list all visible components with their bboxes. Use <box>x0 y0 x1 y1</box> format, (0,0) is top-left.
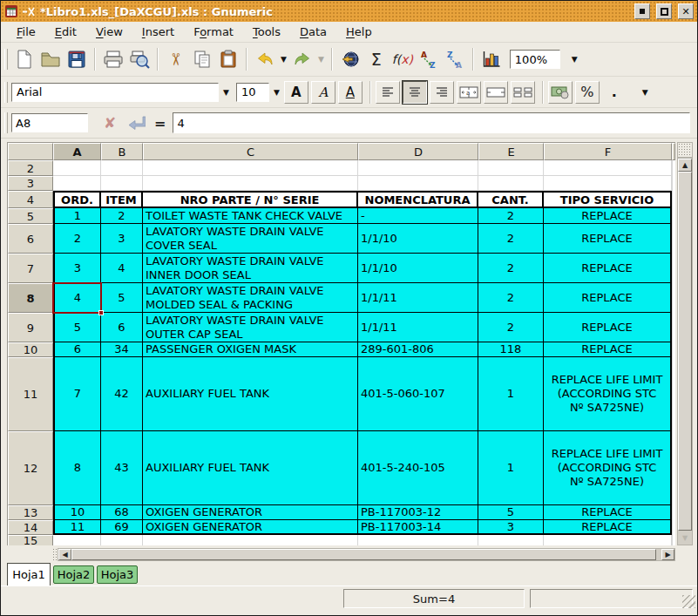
scroll-down-button[interactable]: ▼ <box>678 531 692 545</box>
cell-F6[interactable]: REPLACE <box>544 224 672 254</box>
cell-E13[interactable]: 5 <box>478 505 544 520</box>
cell-D4[interactable]: NOMENCLATURA <box>358 191 478 208</box>
cell-B5[interactable]: 2 <box>101 208 143 224</box>
cell-D6[interactable]: 1/1/10 <box>358 224 478 254</box>
row-header-4[interactable]: 4 <box>8 191 53 208</box>
cell-B11[interactable]: 42 <box>101 357 143 431</box>
hyperlink-button[interactable] <box>337 46 363 72</box>
column-header-A[interactable]: A <box>53 143 101 160</box>
cell-B6[interactable]: 3 <box>101 224 143 254</box>
row-header-7[interactable]: 7 <box>8 254 53 283</box>
menu-format[interactable]: Format <box>186 23 241 41</box>
cell-E9[interactable]: 2 <box>478 313 544 342</box>
cell-B10[interactable]: 34 <box>101 342 143 357</box>
row-header-12[interactable]: 12 <box>8 431 53 505</box>
menu-data[interactable]: Data <box>293 23 334 41</box>
italic-button[interactable]: A <box>311 81 335 104</box>
redo-button[interactable] <box>289 46 315 72</box>
cell-B4[interactable]: ITEM <box>101 191 143 208</box>
font-size-combobox[interactable]: 10 <box>236 83 269 102</box>
currency-format-button[interactable] <box>548 81 573 104</box>
minimize-button[interactable] <box>634 3 650 19</box>
menu-file[interactable]: File <box>10 23 43 41</box>
cell-A7[interactable]: 3 <box>53 254 101 283</box>
cell-F13[interactable]: REPLACE <box>544 505 672 520</box>
underline-button[interactable]: A <box>338 81 363 104</box>
center-across-selection-button[interactable]: a <box>457 81 481 104</box>
menu-tools[interactable]: Tools <box>246 23 288 41</box>
toolbar-grip[interactable] <box>4 112 8 133</box>
cell-B13[interactable]: 68 <box>101 505 143 520</box>
row-header-13[interactable]: 13 <box>8 505 53 520</box>
thousands-separator-button[interactable]: . <box>602 81 627 104</box>
menu-view[interactable]: View <box>89 23 130 41</box>
scroll-up-button[interactable]: ▲ <box>678 159 692 172</box>
cell-B9[interactable]: 6 <box>101 313 143 342</box>
new-file-button[interactable] <box>11 46 37 72</box>
cell-F4[interactable]: TIPO SERVICIO <box>544 191 672 208</box>
row-header-8[interactable]: 8 <box>8 283 53 313</box>
cell-A4[interactable]: ORD. <box>53 191 101 208</box>
font-name-dropdown-icon[interactable]: ▼ <box>219 88 234 97</box>
cell-A9[interactable]: 5 <box>53 313 101 342</box>
cell-F12[interactable]: REPLACE LIFE LIMIT (ACCORDING STC Nº SA7… <box>544 431 672 505</box>
cell-A5[interactable]: 1 <box>53 208 101 224</box>
row-header-9[interactable]: 9 <box>8 313 53 342</box>
pane-split-handle[interactable] <box>677 142 693 158</box>
cell-E6[interactable]: 2 <box>478 224 544 254</box>
titlebar[interactable]: *Libro1.xls_[DaXCGU].xls : Gnumeric ✕ <box>1 1 697 22</box>
cell-B14[interactable]: 69 <box>101 520 143 535</box>
chart-button[interactable] <box>478 46 505 72</box>
cell-A8-selected[interactable]: 4 <box>53 283 101 313</box>
cell-C10[interactable]: PASSENGER OXIGEN MASK <box>143 342 358 357</box>
formula-input[interactable]: 4 <box>173 112 690 133</box>
horizontal-scrollbar-thumb[interactable] <box>71 549 656 560</box>
cell-D10[interactable]: 289-601-806 <box>358 342 478 357</box>
column-header-B[interactable]: B <box>101 143 143 160</box>
cell-F8[interactable]: REPLACE <box>544 283 672 313</box>
undo-dropdown[interactable]: ▼ <box>278 55 289 64</box>
cell-F11[interactable]: REPLACE LIFE LIMIT (ACCORDING STC Nº SA7… <box>544 357 672 431</box>
cell-A10[interactable]: 6 <box>53 342 101 357</box>
vertical-scrollbar-track[interactable]: ▲ ▼ <box>677 158 693 545</box>
row-header-6[interactable]: 6 <box>8 224 53 254</box>
cell-B8[interactable]: 5 <box>101 283 143 313</box>
function-button[interactable]: f(x) <box>390 46 416 72</box>
cell-E8[interactable]: 2 <box>478 283 544 313</box>
column-header-C[interactable]: C <box>143 143 358 160</box>
sort-descending-button[interactable]: Z A <box>442 46 468 72</box>
cell-A14[interactable]: 11 <box>53 520 101 535</box>
open-file-button[interactable] <box>37 46 64 72</box>
cell-D12[interactable]: 401-5-240-105 <box>358 431 478 505</box>
cell-C11[interactable]: AUXILIARY FUEL TANK <box>143 357 358 431</box>
toolbar-grip[interactable] <box>4 49 8 70</box>
menu-insert[interactable]: Insert <box>135 23 181 41</box>
zoom-dropdown-icon[interactable]: ▼ <box>567 55 582 64</box>
cell-A12[interactable]: 8 <box>53 431 101 505</box>
redo-dropdown[interactable]: ▼ <box>315 55 327 64</box>
bold-button[interactable]: A <box>284 81 308 104</box>
cell-F5[interactable]: REPLACE <box>544 208 672 224</box>
cell-A13[interactable]: 10 <box>53 505 101 520</box>
font-size-dropdown-icon[interactable]: ▼ <box>269 88 284 97</box>
cell-B7[interactable]: 4 <box>101 254 143 283</box>
sort-ascending-button[interactable]: A Z <box>416 46 442 72</box>
cell-D8[interactable]: 1/1/11 <box>358 283 478 313</box>
scroll-right-button[interactable]: ▶ <box>661 549 674 560</box>
percent-format-button[interactable]: % <box>575 81 600 104</box>
select-all-corner[interactable] <box>8 143 53 160</box>
menu-edit[interactable]: Edit <box>48 23 84 41</box>
window-resize-grip[interactable] <box>682 595 695 608</box>
zoom-combobox[interactable]: 100% <box>510 50 560 69</box>
vertical-scrollbar[interactable]: ▲ ▼ <box>677 142 693 545</box>
split-cells-button[interactable] <box>511 81 535 104</box>
cell-C9[interactable]: LAVATORY WASTE DRAIN VALVE OUTER CAP SEA… <box>143 313 358 342</box>
print-preview-button[interactable] <box>126 46 152 72</box>
save-button[interactable] <box>64 46 90 72</box>
cell-name-box[interactable]: A8 <box>11 113 88 132</box>
cell-D5[interactable]: - <box>358 208 478 224</box>
row-header-11[interactable]: 11 <box>8 357 53 431</box>
row-header-10[interactable]: 10 <box>8 342 53 357</box>
print-button[interactable] <box>100 46 126 72</box>
horizontal-scrollbar-track[interactable]: ◀ ▶ <box>58 548 675 561</box>
